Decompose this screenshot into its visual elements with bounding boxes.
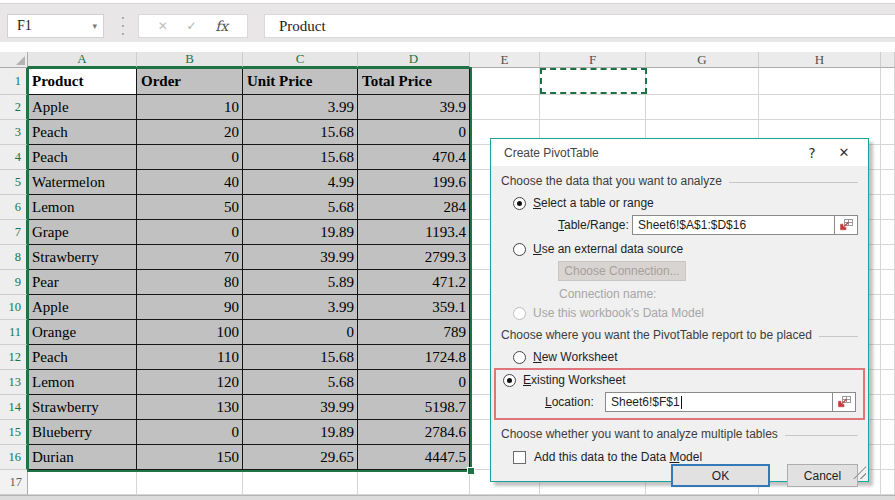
- cell-i4[interactable]: [881, 145, 895, 170]
- radio-select-table-range[interactable]: Select a table or range: [513, 196, 858, 210]
- cell-i6[interactable]: [881, 195, 895, 220]
- cell-d13[interactable]: 0: [358, 370, 470, 395]
- cell-a4[interactable]: Peach: [28, 145, 137, 170]
- cell-d14[interactable]: 5198.7: [358, 395, 470, 420]
- cell-c14[interactable]: 39.99: [243, 395, 358, 420]
- cell-f2[interactable]: [540, 95, 646, 120]
- cell-i1[interactable]: [881, 68, 895, 95]
- cell-d9[interactable]: 471.2: [358, 270, 470, 295]
- cell-a8[interactable]: Strawberry: [28, 245, 137, 270]
- row-header-16[interactable]: 16: [0, 445, 28, 470]
- cell-d11[interactable]: 789: [358, 320, 470, 345]
- cell-i8[interactable]: [881, 245, 895, 270]
- column-header-d[interactable]: D: [358, 52, 470, 68]
- cell-b6[interactable]: 50: [137, 195, 243, 220]
- cancel-entry-icon[interactable]: ✕: [158, 19, 168, 33]
- cell-g2[interactable]: [646, 95, 759, 120]
- cell-a15[interactable]: Blueberry: [28, 420, 137, 445]
- cell-a2[interactable]: Apple: [28, 95, 137, 120]
- row-header-1[interactable]: 1: [0, 68, 28, 95]
- radio-icon[interactable]: [513, 351, 526, 364]
- cell-d7[interactable]: 1193.4: [358, 220, 470, 245]
- cell-c4[interactable]: 15.68: [243, 145, 358, 170]
- cell-b8[interactable]: 70: [137, 245, 243, 270]
- table-range-input[interactable]: Sheet6!$A$1:$D$16: [632, 215, 835, 235]
- cell-d10[interactable]: 359.1: [358, 295, 470, 320]
- cell-b10[interactable]: 90: [137, 295, 243, 320]
- row-header-13[interactable]: 13: [0, 370, 28, 395]
- cell-i12[interactable]: [881, 345, 895, 370]
- cell-i16[interactable]: [881, 445, 895, 470]
- cell-i5[interactable]: [881, 170, 895, 195]
- row-header-14[interactable]: 14: [0, 395, 28, 420]
- cell-i15[interactable]: [881, 420, 895, 445]
- cell-b11[interactable]: 100: [137, 320, 243, 345]
- row-header-17[interactable]: 17: [0, 470, 28, 495]
- cell-a14[interactable]: Strawberry: [28, 395, 137, 420]
- cancel-button[interactable]: Cancel: [787, 464, 858, 487]
- checkbox-icon[interactable]: [513, 451, 526, 464]
- cell-i10[interactable]: [881, 295, 895, 320]
- active-cell-marquee-f1[interactable]: [540, 68, 647, 94]
- cell-c9[interactable]: 5.89: [243, 270, 358, 295]
- ok-button[interactable]: OK: [671, 464, 770, 487]
- cell-d4[interactable]: 470.4: [358, 145, 470, 170]
- cell-a11[interactable]: Orange: [28, 320, 137, 345]
- cell-d8[interactable]: 2799.3: [358, 245, 470, 270]
- cell-d2[interactable]: 39.9: [358, 95, 470, 120]
- cell-c10[interactable]: 3.99: [243, 295, 358, 320]
- location-input[interactable]: Sheet6!$F$1: [605, 392, 833, 412]
- cell-b16[interactable]: 150: [137, 445, 243, 470]
- cell-b15[interactable]: 0: [137, 420, 243, 445]
- cell-h2[interactable]: [759, 95, 881, 120]
- cell-b5[interactable]: 40: [137, 170, 243, 195]
- cell-a1[interactable]: Product: [28, 68, 137, 95]
- name-box-dropdown-icon[interactable]: ▾: [92, 21, 97, 31]
- cell-c7[interactable]: 19.89: [243, 220, 358, 245]
- cell-a17[interactable]: [28, 470, 137, 495]
- fill-handle[interactable]: [467, 467, 475, 475]
- row-header-11[interactable]: 11: [0, 320, 28, 345]
- column-header-g[interactable]: G: [646, 52, 759, 68]
- cell-a16[interactable]: Durian: [28, 445, 137, 470]
- radio-existing-worksheet[interactable]: Existing Worksheet: [503, 373, 856, 387]
- row-header-6[interactable]: 6: [0, 195, 28, 220]
- radio-icon[interactable]: [513, 243, 526, 256]
- cell-h1[interactable]: [759, 68, 881, 95]
- cell-c17[interactable]: [243, 470, 358, 495]
- row-header-3[interactable]: 3: [0, 120, 28, 145]
- cell-b2[interactable]: 10: [137, 95, 243, 120]
- radio-selected-icon[interactable]: [503, 374, 516, 387]
- cell-c5[interactable]: 4.99: [243, 170, 358, 195]
- column-header-a[interactable]: A: [28, 52, 137, 68]
- cell-a9[interactable]: Pear: [28, 270, 137, 295]
- help-icon[interactable]: ?: [796, 145, 828, 161]
- cell-c13[interactable]: 5.68: [243, 370, 358, 395]
- cell-a6[interactable]: Lemon: [28, 195, 137, 220]
- cell-b17[interactable]: [137, 470, 243, 495]
- column-header-h[interactable]: H: [759, 52, 881, 68]
- row-header-15[interactable]: 15: [0, 420, 28, 445]
- cell-d15[interactable]: 2784.6: [358, 420, 470, 445]
- cell-b12[interactable]: 110: [137, 345, 243, 370]
- cell-c16[interactable]: 29.65: [243, 445, 358, 470]
- cell-i9[interactable]: [881, 270, 895, 295]
- row-header-12[interactable]: 12: [0, 345, 28, 370]
- cell-d1[interactable]: Total Price: [358, 68, 470, 95]
- cell-b14[interactable]: 130: [137, 395, 243, 420]
- cell-d16[interactable]: 4447.5: [358, 445, 470, 470]
- cell-b4[interactable]: 0: [137, 145, 243, 170]
- row-header-10[interactable]: 10: [0, 295, 28, 320]
- range-picker-icon[interactable]: [835, 215, 858, 235]
- cell-d17[interactable]: [358, 470, 470, 495]
- cell-c11[interactable]: 0: [243, 320, 358, 345]
- cell-a10[interactable]: Apple: [28, 295, 137, 320]
- enter-entry-icon[interactable]: ✓: [186, 19, 196, 33]
- cell-b13[interactable]: 120: [137, 370, 243, 395]
- column-header-e[interactable]: E: [470, 52, 540, 68]
- cell-c2[interactable]: 3.99: [243, 95, 358, 120]
- cell-a3[interactable]: Peach: [28, 120, 137, 145]
- radio-external-source[interactable]: Use an external data source: [513, 242, 858, 256]
- row-header-2[interactable]: 2: [0, 95, 28, 120]
- cell-c3[interactable]: 15.68: [243, 120, 358, 145]
